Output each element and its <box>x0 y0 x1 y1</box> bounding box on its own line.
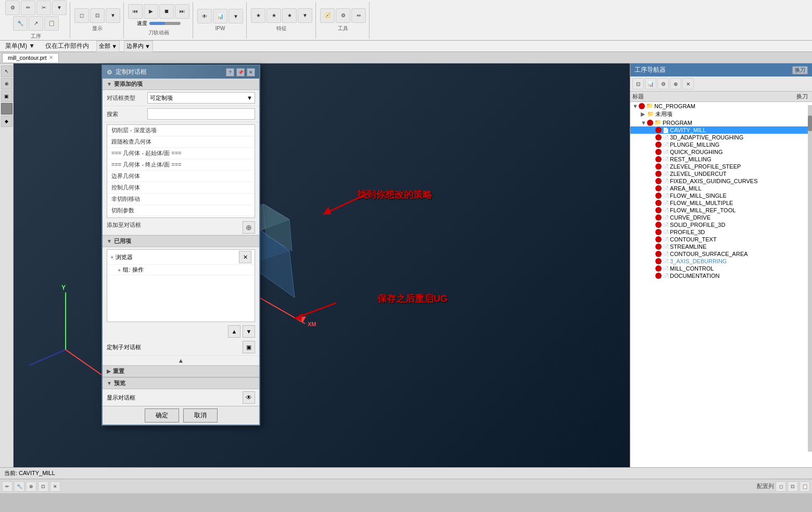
bottom-tb1[interactable]: ✏ <box>2 481 12 492</box>
tree-item-fixed_axis[interactable]: 📄 FIXED_AXIS_GUIDING_CURVES ▐ <box>630 177 812 185</box>
sidebar-scrollbar[interactable] <box>808 105 812 452</box>
list-item-cut-params[interactable]: 切削参数 <box>107 205 255 216</box>
post-process-icon[interactable]: ⚙ <box>336 8 350 23</box>
modify-tool-icon[interactable]: 🔧 <box>13 16 28 31</box>
tree-item-flow_single[interactable]: 📄 FLOW_MILL_SINGLE <box>630 192 812 199</box>
sidebar-tb2[interactable]: 📊 <box>645 78 656 89</box>
edit-workorder-icon[interactable]: ✏ <box>21 1 35 15</box>
tree-item-mill_control[interactable]: 📄 MILL_CONTROL <box>630 265 812 272</box>
tree-item-curve_drive[interactable]: 📄 CURVE_DRIVE <box>630 214 812 221</box>
left-icon-filter[interactable]: ▣ <box>1 91 12 102</box>
tree-item-contour_text[interactable]: 📄 CONTOUR_TEXT <box>630 236 812 243</box>
list-item-geo-start[interactable]: === 几何体 - 起始体/面 === <box>107 148 255 159</box>
tree-item-flow_multiple[interactable]: 📄 FLOW_MILL_MULTIPLE <box>630 199 812 207</box>
feature2-icon[interactable]: ★ <box>267 8 281 23</box>
left-icon-select[interactable]: ↖ <box>1 66 12 77</box>
compare-icon[interactable]: ⇔ <box>351 8 366 23</box>
bottom-tb4[interactable]: ⊡ <box>38 481 48 492</box>
tab-close-icon[interactable]: ✕ <box>49 55 53 60</box>
anim-play-icon[interactable]: ▶ <box>144 4 158 19</box>
tree-item-3axis_deburring[interactable]: 📄 3_AXIS_DEBURRING ▐ <box>630 258 812 265</box>
tree-item-3d_adaptive[interactable]: 📄 3D_ADAPTIVE_ROUGHING <box>630 134 812 141</box>
bottom-config2[interactable]: ⊡ <box>788 481 798 492</box>
ipw-analyze-icon[interactable]: 📊 <box>213 9 227 23</box>
tree-item-zlevel_undercut[interactable]: 📄 ZLEVEL_UNDERCUT ▐ <box>630 170 812 177</box>
delete-workorder-icon[interactable]: ✂ <box>36 1 51 15</box>
list-item-process-params[interactable]: 加工参数 <box>107 216 255 218</box>
create-workorder-icon[interactable]: ⚙ <box>5 1 20 15</box>
reset-header[interactable]: ▶ 重置 <box>103 366 259 377</box>
list-item-follow-check[interactable]: 跟随检查几何体 <box>107 136 255 148</box>
dialog-cancel-btn[interactable]: 取消 <box>183 408 218 423</box>
tab-mill-contour[interactable]: mill_contour.prt ✕ <box>2 53 59 62</box>
display-more-icon[interactable]: ▼ <box>106 8 120 23</box>
dialog-pin-btn[interactable]: 📌 <box>236 68 245 76</box>
add-to-dialog-btn[interactable]: ⊕ <box>243 221 255 234</box>
bottom-tb3[interactable]: ⊕ <box>26 481 36 492</box>
anim-prev-icon[interactable]: ⏮ <box>128 4 143 19</box>
sub-dialog-btn[interactable]: ▣ <box>243 341 255 353</box>
bottom-config3[interactable]: 📋 <box>800 481 810 492</box>
type-select[interactable]: 可定制项 ▼ <box>147 92 255 104</box>
display-all-icon[interactable]: ◻ <box>74 8 89 23</box>
tree-item-cavity_mill[interactable]: 📄 CAVITY_MILL ▐ <box>630 126 812 134</box>
select-tool-icon[interactable]: ↗ <box>29 16 43 31</box>
feature-more-icon[interactable]: ▼ <box>298 8 312 23</box>
menu-main[interactable]: 菜单(M) ▼ <box>2 41 38 52</box>
sidebar-tb5[interactable]: ✕ <box>682 78 694 89</box>
tree-item-documentation[interactable]: 📄 DOCUMENTATION <box>630 272 812 279</box>
left-icon-color[interactable] <box>1 103 12 114</box>
move-down-btn[interactable]: ▼ <box>243 325 255 338</box>
display-ipw-icon[interactable]: ⊡ <box>90 8 105 23</box>
tree-item-quick_roughing[interactable]: 📄 QUICK_ROUGHING <box>630 148 812 156</box>
move-up-btn[interactable]: ▲ <box>228 325 240 338</box>
add-items-header[interactable]: ▼ 要添加的项 <box>103 79 259 90</box>
tree-item-solid_profile[interactable]: 📄 SOLID_PROFILE_3D <box>630 221 812 228</box>
tree-item-area_mill[interactable]: 📄 AREA_MILL <box>630 185 812 192</box>
left-icon-snap[interactable]: ⊕ <box>1 78 12 89</box>
tree-item-nc_program[interactable]: ▼ 📁 NC_PROGRAM <box>630 102 812 110</box>
browser-close-btn[interactable]: ✕ <box>239 251 251 263</box>
filter-dropdown[interactable]: 全部 ▼ <box>96 41 120 52</box>
tree-item-program[interactable]: ▼ 📁 PROGRAM <box>630 119 812 126</box>
speed-slider[interactable] <box>149 22 181 25</box>
dialog-close-btn[interactable]: ✕ <box>247 68 255 76</box>
tool-navigator-icon[interactable]: 🧭 <box>320 8 335 23</box>
bottom-tb2[interactable]: 🔧 <box>14 481 24 492</box>
sidebar-tb3[interactable]: ⚙ <box>657 78 669 89</box>
ipw-more-icon[interactable]: ▼ <box>229 9 243 23</box>
boundary-dropdown[interactable]: 边界内 ▼ <box>124 41 153 52</box>
sidebar-tb4[interactable]: ⊕ <box>670 78 681 89</box>
preview-header[interactable]: ▼ 预览 <box>103 378 259 389</box>
list-item-geo-end[interactable]: === 几何体 - 终止体/面 === <box>107 159 255 171</box>
list-item-boundary-geo[interactable]: 边界几何体 <box>107 171 255 182</box>
feature1-icon[interactable]: ★ <box>251 8 265 23</box>
sidebar-scrollthumb[interactable] <box>808 116 812 131</box>
bottom-tb5[interactable]: ✕ <box>50 481 60 492</box>
used-items-header[interactable]: ▼ 已用项 <box>103 236 259 247</box>
tree-item-zlevel_steep[interactable]: 📄 ZLEVEL_PROFILE_STEEP <box>630 163 812 170</box>
scroll-indicator[interactable]: ▲ <box>103 356 259 365</box>
ipw-show-icon[interactable]: 👁 <box>197 9 212 23</box>
list-item-cut-layer[interactable]: 切削层 - 深度选项 <box>107 125 255 136</box>
search-input[interactable] <box>147 108 255 120</box>
tree-item-streamline[interactable]: 📄 STREAMLINE <box>630 243 812 250</box>
workorder-more-icon[interactable]: ▼ <box>52 1 67 15</box>
sidebar-change-btn[interactable]: 换刀 <box>792 66 808 74</box>
list-item-non-cut[interactable]: 非切削移动 <box>107 194 255 205</box>
sidebar-tb1[interactable]: ⊡ <box>632 78 644 89</box>
list-tool-icon[interactable]: 📋 <box>44 16 59 31</box>
used-group-op[interactable]: + 组: 操作 <box>107 265 255 275</box>
anim-stop-icon[interactable]: ⏹ <box>159 4 174 19</box>
anim-next-icon[interactable]: ⏭ <box>175 4 189 19</box>
dialog-ok-btn[interactable]: 确定 <box>145 408 179 423</box>
tree-item-plunge[interactable]: 📄 PLUNGE_MILLING <box>630 141 812 148</box>
left-icon-mode[interactable]: ◆ <box>1 116 12 127</box>
tree-item-unused[interactable]: ▶ 📁 未用项 <box>630 110 812 119</box>
tree-item-contour_surface[interactable]: 📄 CONTOUR_SURFACE_AREA <box>630 250 812 258</box>
used-browser[interactable]: + 浏览器 ✕ <box>107 250 255 265</box>
bottom-config1[interactable]: ◻ <box>776 481 786 492</box>
list-item-control-geo[interactable]: 控制几何体 <box>107 182 255 194</box>
dialog-help-btn[interactable]: ? <box>226 68 234 76</box>
tree-item-flow_ref_tool[interactable]: 📄 FLOW_MILL_REF_TOOL <box>630 207 812 214</box>
